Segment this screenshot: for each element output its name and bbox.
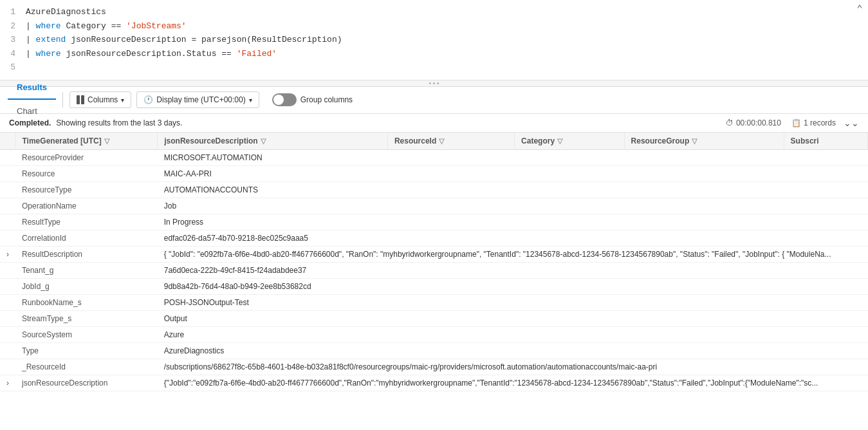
col-header-resourcegroup[interactable]: ResourceGroup▽ <box>624 133 784 150</box>
table-row: ›ResultDescription{ "JobId": "e092fb7a-6… <box>0 246 868 262</box>
row-key-13: _ResourceId <box>15 359 158 375</box>
collapse-button[interactable]: ⌃ <box>856 3 863 15</box>
results-table-container[interactable]: TimeGenerated [UTC]▽jsonResourceDescript… <box>0 133 868 431</box>
row-expand-1[interactable] <box>0 165 15 182</box>
row-expand-10[interactable] <box>0 310 15 326</box>
table-row: TypeAzureDiagnostics <box>0 342 868 359</box>
display-time-chevron-icon: ▾ <box>249 97 252 104</box>
row-value-8: 9db8a42b-76d4-48a0-b949-2ee8b53682cd <box>158 278 868 294</box>
row-value-14: {"JobId":"e092fb7a-6f6e-4bd0-ab20-ff4677… <box>158 375 868 391</box>
row-value-10: Output <box>158 310 868 326</box>
records-icon: 📋 <box>791 118 801 127</box>
group-columns-label: Group columns <box>300 95 353 104</box>
filter-icon[interactable]: ▽ <box>104 137 109 145</box>
row-expand-11[interactable] <box>0 326 15 342</box>
status-description: Showing results from the last 3 days. <box>56 118 182 127</box>
line-number-3: 3 <box>0 33 15 46</box>
row-key-9: RunbookName_s <box>15 294 158 310</box>
expand-results-button[interactable]: ⌄⌄ <box>844 118 859 128</box>
row-expand-8[interactable] <box>0 278 15 294</box>
row-key-2: ResourceType <box>15 182 158 198</box>
table-row: SourceSystemAzure <box>0 326 868 342</box>
filter-icon[interactable]: ▽ <box>557 137 562 145</box>
table-body: ResourceProviderMICROSOFT.AUTOMATIONReso… <box>0 149 868 391</box>
col-header-jsonresourcedescription[interactable]: jsonResourceDescription▽ <box>158 133 388 150</box>
app-container: 1AzureDiagnostics2| where Category == 'J… <box>0 0 868 430</box>
col-header-timegenerated-[utc][interactable]: TimeGenerated [UTC]▽ <box>15 133 158 150</box>
row-expand-14[interactable]: › <box>0 375 15 391</box>
row-key-11: SourceSystem <box>15 326 158 342</box>
row-expand-4[interactable] <box>0 214 15 230</box>
row-expand-12[interactable] <box>0 342 15 359</box>
row-value-9: POSH-JSONOutput-Test <box>158 294 868 310</box>
row-expand-6[interactable]: › <box>0 246 15 262</box>
table-row: ResourceTypeAUTOMATIONACCOUNTS <box>0 182 868 198</box>
results-table: TimeGenerated [UTC]▽jsonResourceDescript… <box>0 133 868 391</box>
row-key-5: CorrelationId <box>15 230 158 246</box>
row-value-6: { "JobId": "e092fb7a-6f6e-4bd0-ab20-ff46… <box>158 246 868 262</box>
status-bar: Completed. Showing results from the last… <box>0 114 868 133</box>
code-line-2: 2| where Category == 'JobStreams' <box>0 19 868 33</box>
columns-chevron-icon: ▾ <box>121 97 124 104</box>
row-value-7: 7a6d0eca-222b-49cf-8415-f24adabdee37 <box>158 262 868 278</box>
row-expand-9[interactable] <box>0 294 15 310</box>
row-expand-3[interactable] <box>0 198 15 214</box>
row-expand-2[interactable] <box>0 182 15 198</box>
filter-icon[interactable]: ▽ <box>439 137 444 145</box>
display-time-label: Display time (UTC+00:00) <box>156 95 245 104</box>
line-number-4: 4 <box>0 48 15 61</box>
table-row: ResourceMAIC-AA-PRI <box>0 165 868 182</box>
line-number-2: 2 <box>0 20 15 33</box>
row-value-3: Job <box>158 198 868 214</box>
time-value: 00:00:00.810 <box>736 118 781 127</box>
row-key-7: Tenant_g <box>15 262 158 278</box>
row-key-1: Resource <box>15 165 158 182</box>
toolbar-divider <box>62 92 63 108</box>
columns-button[interactable]: Columns ▾ <box>69 91 131 108</box>
code-line-5: 5 <box>0 61 868 75</box>
col-header-resourceid[interactable]: ResourceId▽ <box>387 133 514 150</box>
row-value-1: MAIC-AA-PRI <box>158 165 868 182</box>
row-value-4: In Progress <box>158 214 868 230</box>
table-row: _ResourceId/subscriptions/68627f8c-65b8-… <box>0 359 868 375</box>
resize-handle[interactable]: • • • <box>0 80 868 87</box>
col-header-category[interactable]: Category▽ <box>515 133 624 150</box>
group-columns-toggle: Group columns <box>266 93 353 106</box>
filter-icon[interactable]: ▽ <box>692 137 697 145</box>
toolbar: ResultsChart Columns ▾ 🕐 Display time (U… <box>0 87 868 114</box>
toggle-track <box>272 93 297 106</box>
row-key-4: ResultType <box>15 214 158 230</box>
toggle-knob <box>273 95 284 105</box>
row-expand-13[interactable] <box>0 359 15 375</box>
display-time-button[interactable]: 🕐 Display time (UTC+00:00) ▾ <box>136 91 259 108</box>
row-expand-0[interactable] <box>0 149 15 165</box>
table-row: ResourceProviderMICROSOFT.AUTOMATION <box>0 149 868 165</box>
table-row: OperationNameJob <box>0 198 868 214</box>
row-value-5: edfac026-da57-4b70-9218-8ec025c9aaa5 <box>158 230 868 246</box>
table-header: TimeGenerated [UTC]▽jsonResourceDescript… <box>0 133 868 150</box>
code-editor: 1AzureDiagnostics2| where Category == 'J… <box>0 0 868 80</box>
code-line-4: 4| where jsonResourceDescription.Status … <box>0 47 868 61</box>
row-value-2: AUTOMATIONACCOUNTS <box>158 182 868 198</box>
status-time: ⏱ 00:00:00.810 <box>726 118 781 127</box>
row-key-6: ResultDescription <box>15 246 158 262</box>
table-row: StreamType_sOutput <box>0 310 868 326</box>
row-key-14: jsonResourceDescription <box>15 375 158 391</box>
row-expand-5[interactable] <box>0 230 15 246</box>
line-content-3: | extend jsonResourceDescription = parse… <box>26 33 860 46</box>
row-expand-7[interactable] <box>0 262 15 278</box>
row-value-11: Azure <box>158 326 868 342</box>
toggle-switch[interactable] <box>272 93 297 106</box>
row-key-10: StreamType_s <box>15 310 158 326</box>
filter-icon[interactable]: ▽ <box>261 137 266 145</box>
table-row: Tenant_g7a6d0eca-222b-49cf-8415-f24adabd… <box>0 262 868 278</box>
columns-label: Columns <box>88 95 118 104</box>
status-records: 📋 1 records <box>791 118 836 127</box>
line-content-4: | where jsonResourceDescription.Status =… <box>26 48 860 61</box>
timer-icon: ⏱ <box>726 118 734 127</box>
code-line-1: 1AzureDiagnostics <box>0 5 868 19</box>
clock-icon: 🕐 <box>143 95 153 104</box>
row-value-12: AzureDiagnostics <box>158 342 868 359</box>
row-value-0: MICROSOFT.AUTOMATION <box>158 149 868 165</box>
col-header-subscri[interactable]: Subscri <box>784 133 867 150</box>
